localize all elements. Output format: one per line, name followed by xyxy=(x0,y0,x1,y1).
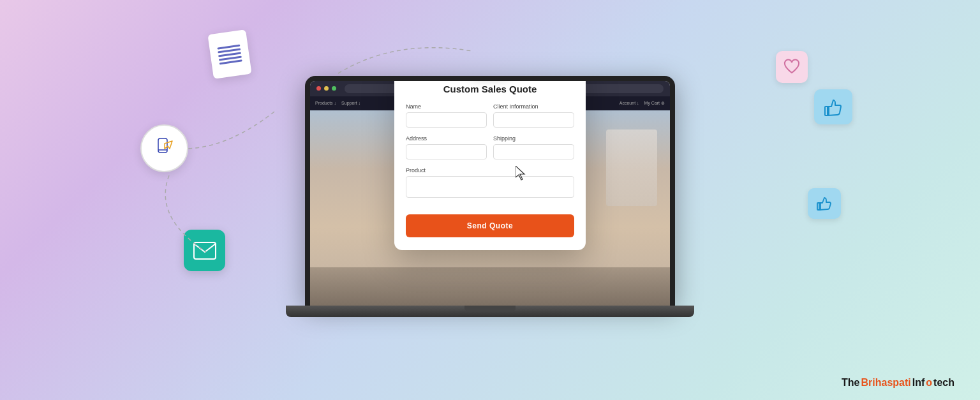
cursor-icon xyxy=(516,166,528,181)
mini-nav-account: Account ↓ xyxy=(620,101,639,105)
main-scene: Products ↓ Support ↓ Account ↓ My Cart ⊕ xyxy=(0,0,980,400)
browser-dot-maximize xyxy=(332,86,336,91)
thumbs-up-large-icon xyxy=(814,89,852,124)
name-input[interactable] xyxy=(406,112,487,128)
product-label: Product xyxy=(406,167,574,174)
svg-marker-7 xyxy=(516,166,524,180)
thumb-medium-svg xyxy=(815,195,833,212)
browser-dot-minimize xyxy=(324,86,329,91)
form-field-shipping: Shipping xyxy=(493,135,574,159)
phone-send-icon xyxy=(140,124,188,172)
name-label: Name xyxy=(406,103,487,110)
brand-tech: tech xyxy=(933,377,954,389)
heart-svg xyxy=(783,59,801,75)
email-svg xyxy=(193,242,216,260)
laptop-base xyxy=(286,306,694,317)
shipping-input[interactable] xyxy=(493,144,574,159)
form-title: Custom Sales Quote xyxy=(394,84,586,94)
brand-o: o xyxy=(926,377,932,389)
brand-text: The Brihaspati Inf o tech xyxy=(842,377,954,389)
thumbs-up-medium-icon xyxy=(808,188,841,219)
form-row-1: Name Client Information xyxy=(394,103,586,128)
thumb-large-svg xyxy=(822,96,844,118)
brand-name-orange: Brihaspati xyxy=(861,377,911,389)
brand-inf: Inf xyxy=(912,377,925,389)
form-field-client: Client Information xyxy=(493,103,574,128)
heart-icon xyxy=(776,51,808,83)
form-row-3: Product xyxy=(394,167,586,198)
address-label: Address xyxy=(406,135,487,142)
shipping-label: Shipping xyxy=(493,135,574,142)
form-field-address: Address xyxy=(406,135,487,159)
laptop-hinge xyxy=(464,306,516,311)
send-quote-button[interactable]: Send Quote xyxy=(406,214,574,237)
browser-dot-close xyxy=(316,86,321,91)
brand-the: The xyxy=(842,377,859,389)
laptop-screen-inner: Products ↓ Support ↓ Account ↓ My Cart ⊕ xyxy=(310,81,670,306)
form-field-product: Product xyxy=(406,167,574,198)
document-icon xyxy=(207,29,251,79)
email-icon xyxy=(184,230,225,271)
phone-svg xyxy=(151,135,179,163)
mini-nav-cart: My Cart ⊕ xyxy=(644,101,665,106)
client-label: Client Information xyxy=(493,103,574,110)
laptop: Products ↓ Support ↓ Account ↓ My Cart ⊕ xyxy=(292,76,688,344)
laptop-screen-outer: Products ↓ Support ↓ Account ↓ My Cart ⊕ xyxy=(305,76,675,306)
address-input[interactable] xyxy=(406,144,487,159)
screen-content: Products ↓ Support ↓ Account ↓ My Cart ⊕ xyxy=(310,96,670,306)
form-row-2: Address Shipping xyxy=(394,135,586,159)
client-input[interactable] xyxy=(493,112,574,128)
svg-rect-4 xyxy=(194,242,216,259)
form-card: Custom Sales Quote Name Client Informati… xyxy=(394,81,586,250)
form-field-name: Name xyxy=(406,103,487,128)
product-input[interactable] xyxy=(406,176,574,198)
mini-nav-products: Products ↓ xyxy=(315,101,336,105)
mini-nav-support: Support ↓ xyxy=(341,101,360,105)
